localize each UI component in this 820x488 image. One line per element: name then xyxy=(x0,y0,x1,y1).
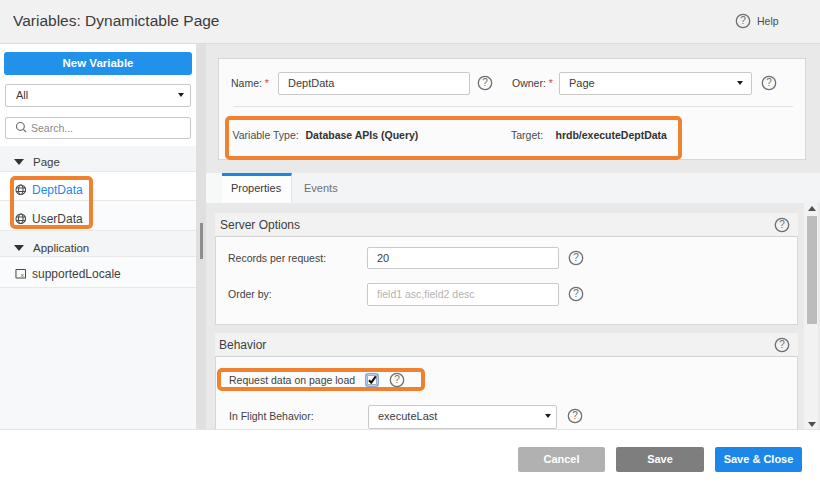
svg-text:?: ? xyxy=(766,77,772,88)
svg-text:?: ? xyxy=(779,339,785,350)
svg-text:x: x xyxy=(20,271,24,278)
svg-text:?: ? xyxy=(572,410,578,421)
svg-text:?: ? xyxy=(573,288,579,299)
svg-text:?: ? xyxy=(779,219,785,230)
svg-text:?: ? xyxy=(740,15,746,26)
svg-text:?: ? xyxy=(573,252,579,263)
svg-text:?: ? xyxy=(482,77,488,88)
